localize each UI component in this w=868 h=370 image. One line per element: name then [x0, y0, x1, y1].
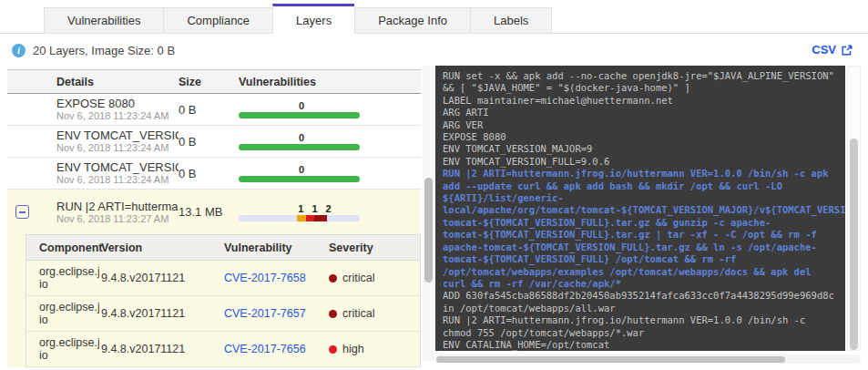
tab-strip: Vulnerabilities Compliance Layers Packag…: [44, 0, 552, 34]
cve-link[interactable]: CVE-2017-7657: [224, 307, 306, 320]
dockerfile-panel: RUN set -x && apk add --no-cache openjdk…: [435, 66, 845, 351]
component-version: 9.4.8.v20171121: [101, 272, 224, 284]
tab-compliance[interactable]: Compliance: [163, 7, 272, 34]
dockerfile-line: ARG ARTI: [443, 107, 838, 118]
component-name: org.eclipse.j io: [39, 336, 99, 362]
vulnerability-bar-clean: [239, 112, 360, 118]
dockerfile-line: ENV TOMCAT_VERSION_MAJOR=9: [443, 143, 838, 155]
info-icon[interactable]: i: [12, 44, 26, 57]
layers-table: Details Size Vulnerabilities EXPOSE 8080…: [7, 69, 421, 367]
cve-link[interactable]: CVE-2017-7658: [224, 272, 306, 284]
layer-timestamp: Nov 6, 2018 11:23:24 AM: [56, 142, 179, 154]
cve-link[interactable]: CVE-2017-7656: [224, 343, 306, 355]
column-header-vulnerabilities: Vulnerabilities: [239, 76, 364, 88]
vulnerability-count: 0: [239, 132, 364, 144]
component-name: org.eclipse.j io: [39, 301, 99, 326]
severity-label: high: [342, 343, 364, 355]
layer-size: 0 B: [179, 103, 239, 117]
dockerfile-horizontal-scrollbar-thumb[interactable]: [436, 356, 785, 363]
layers-screen: Vulnerabilities Compliance Layers Packag…: [0, 0, 868, 370]
column-header-component: Component: [26, 242, 101, 254]
severity-dot-high: [329, 345, 337, 354]
layer-size: 0 B: [179, 167, 239, 180]
layer-row[interactable]: ENV TOMCAT_VERSION_FULL... Nov 6, 2018 1…: [7, 158, 421, 190]
tab-package-info[interactable]: Package Info: [354, 7, 470, 34]
vulnerability-bar-clean: [239, 144, 360, 150]
collapse-layer-button[interactable]: [15, 205, 29, 219]
layer-vulnerabilities-section: Component Version Vulnerability Severity…: [7, 234, 421, 367]
vulnerability-count: 0: [239, 164, 364, 176]
column-header-vulnerability: Vulnerability: [224, 242, 329, 254]
csv-export-label: CSV: [812, 43, 836, 57]
layer-row-selected[interactable]: RUN |2 ARTI=huttermann.jfrog.i... Nov 6,…: [7, 190, 421, 234]
layer-timestamp: Nov 6, 2018 11:23:27 AM: [56, 213, 179, 225]
layer-size: 0 B: [179, 135, 239, 149]
severity-segment-medium: [297, 215, 306, 221]
severity-segment-high: [306, 215, 314, 221]
export-icon: [841, 44, 853, 57]
dockerfile-line: ENV TOMCAT_VERSION_FULL=9.0.6: [443, 156, 838, 168]
vulnerability-row: org.eclipse.j io 9.4.8.v20171121 CVE-201…: [26, 332, 420, 367]
dockerfile-line: RUN |2 ARTI=huttermann.jfrog.io/hutterma…: [443, 314, 838, 339]
vulnerabilities-table-header: Component Version Vulnerability Severity: [26, 235, 420, 261]
component-version: 9.4.8.v20171121: [101, 343, 224, 355]
layer-command: RUN |2 ARTI=huttermann.jfrog.i...: [56, 200, 179, 213]
dockerfile-line: RUN set -x && apk add --no-cache openjdk…: [443, 70, 838, 95]
vulnerability-severity-counts: 1 1 2: [253, 203, 379, 215]
severity-dot-critical: [329, 274, 337, 283]
tab-bar: Vulnerabilities Compliance Layers Packag…: [0, 0, 868, 34]
vulnerability-count: 0: [239, 100, 364, 112]
dockerfile-line: LABEL maintainer=michael@huettermann.net: [443, 95, 838, 107]
severity-label: critical: [342, 307, 374, 320]
layers-table-header: Details Size Vulnerabilities: [7, 69, 421, 94]
component-version: 9.4.8.v20171121: [101, 307, 224, 320]
severity-segment-critical: [314, 215, 327, 221]
layers-summary-text: 20 Layers, Image Size: 0 B: [33, 44, 175, 57]
column-header-size: Size: [179, 76, 239, 88]
layer-vulnerabilities-table: Component Version Vulnerability Severity…: [26, 234, 421, 367]
column-header-details: Details: [7, 76, 179, 88]
layers-summary-row: i 20 Layers, Image Size: 0 B CSV: [0, 34, 868, 66]
csv-export-link[interactable]: CSV: [812, 43, 853, 57]
layer-command: ENV TOMCAT_VERSION_MAJ...: [56, 128, 179, 142]
main-content: Details Size Vulnerabilities EXPOSE 8080…: [0, 66, 868, 370]
vulnerability-row: org.eclipse.j io 9.4.8.v20171121 CVE-201…: [26, 296, 420, 332]
column-header-severity: Severity: [329, 242, 420, 254]
severity-dot-critical: [329, 310, 337, 318]
vulnerability-severity-bar: [239, 215, 360, 221]
layer-timestamp: Nov 6, 2018 11:23:24 AM: [56, 174, 179, 186]
dockerfile-line: ARG VER: [443, 119, 838, 131]
vulnerability-bar-clean: [239, 176, 360, 182]
layer-row[interactable]: ENV TOMCAT_VERSION_MAJ... Nov 6, 2018 11…: [7, 126, 421, 158]
dockerfile-line: EXPOSE 8080: [443, 131, 838, 143]
tab-layers[interactable]: Layers: [272, 4, 354, 35]
vulnerability-row: org.eclipse.j io 9.4.8.v20171121 CVE-201…: [26, 261, 420, 296]
layer-row[interactable]: EXPOSE 8080 Nov 6, 2018 11:23:24 AM 0 B …: [7, 94, 421, 126]
layers-table-scrollbar-thumb[interactable]: [424, 178, 433, 283]
dockerfile-line: ADD 630fa545cba86588df2b20450ab935214faf…: [443, 290, 838, 314]
layer-size: 13.1 MB: [179, 205, 239, 219]
dockerfile-line: ENV CATALINA_HOME=/opt/tomcat: [443, 339, 838, 351]
component-name: org.eclipse.j io: [39, 265, 99, 291]
tab-vulnerabilities[interactable]: Vulnerabilities: [44, 7, 163, 34]
layer-command: ENV TOMCAT_VERSION_FULL...: [56, 160, 179, 174]
dockerfile-vertical-scrollbar-thumb[interactable]: [850, 139, 858, 350]
dockerfile-line-highlighted: RUN |2 ARTI=huttermann.jfrog.io/hutterma…: [443, 168, 838, 290]
tab-labels[interactable]: Labels: [470, 7, 552, 34]
severity-label: critical: [342, 272, 374, 284]
layer-timestamp: Nov 6, 2018 11:23:24 AM: [56, 110, 179, 122]
layer-command: EXPOSE 8080: [56, 97, 179, 110]
column-header-version: Version: [101, 242, 224, 254]
